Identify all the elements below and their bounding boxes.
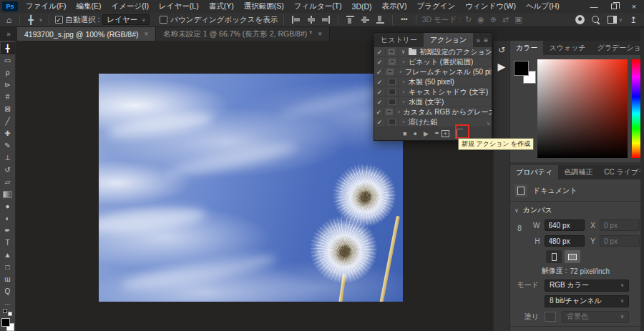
toggle-item-icon[interactable]: ✓ — [374, 109, 384, 116]
3d-slide-icon[interactable]: ⇄ — [501, 15, 510, 24]
menu-3d[interactable]: 3D(D) — [347, 0, 377, 13]
close-button[interactable]: × — [624, 0, 644, 13]
menu-help[interactable]: ヘルプ(H) — [521, 0, 565, 13]
dodge-tool[interactable]: ◐ — [1, 212, 15, 224]
rulers-section-header[interactable]: ∨ 定規とグリッド — [514, 328, 640, 331]
menu-edit[interactable]: 編集(E) — [71, 0, 106, 13]
3d-orbit-icon[interactable]: ↻ — [464, 15, 473, 24]
portrait-orientation-button[interactable] — [546, 250, 562, 263]
document-tab-active[interactable]: 4193700_s.jpg @ 100% (RGB/8#) × — [17, 27, 156, 41]
share-icon[interactable]: ↥ — [630, 15, 637, 25]
panel-menu-icon[interactable]: ≡ — [484, 36, 488, 44]
rectangle-tool[interactable]: □ — [1, 261, 15, 273]
modal-control-toggle[interactable] — [386, 117, 399, 127]
color-mode-dropdown[interactable]: RGB カラー ∨ — [545, 280, 629, 292]
action-row[interactable]: ✓ › フレームチャンネル (50 pixel) — [374, 67, 492, 77]
toolbar-collapse-icon[interactable]: » — [0, 27, 17, 41]
tab-adjustments[interactable]: 色調補正 — [558, 165, 598, 179]
hand-tool[interactable]: ɯ — [1, 273, 15, 285]
action-row[interactable]: ✓ › 木製 (50 pixel) — [374, 77, 492, 87]
3d-roll-icon[interactable]: ◉ — [476, 15, 486, 24]
healing-brush-tool[interactable]: ✚ — [1, 127, 15, 139]
toggle-item-icon[interactable]: ✓ — [374, 99, 386, 106]
saturation-brightness-picker[interactable] — [537, 59, 628, 158]
new-action-button[interactable]: + — [441, 130, 449, 137]
record-button[interactable]: ● — [413, 131, 416, 137]
move-tool[interactable]: ╋ — [1, 42, 15, 54]
toggle-item-icon[interactable]: ✓ — [374, 49, 386, 56]
brush-tool[interactable]: ✎ — [1, 139, 15, 152]
stop-button[interactable]: ■ — [403, 131, 406, 137]
workspace-switcher[interactable]: ∨ — [608, 16, 623, 24]
object-selection-tool[interactable]: ⊳ — [1, 79, 15, 91]
auto-select-dropdown[interactable]: レイヤー ∨ — [102, 14, 150, 25]
height-field[interactable] — [545, 235, 585, 247]
toggle-item-icon[interactable]: ✓ — [374, 119, 386, 126]
auto-select-checkbox[interactable] — [55, 16, 63, 24]
align-center-vertical-icon[interactable] — [361, 16, 370, 24]
restore-button[interactable] — [604, 0, 624, 13]
path-selection-tool[interactable]: ▲ — [1, 249, 15, 261]
canvas-section-header[interactable]: ∨ カンバス — [514, 203, 640, 217]
edit-toolbar-icon[interactable]: … — [4, 299, 11, 306]
crop-tool[interactable]: # — [1, 91, 15, 103]
search-icon[interactable] — [592, 16, 600, 24]
modal-control-toggle[interactable] — [386, 97, 399, 107]
collapse-panel-icon[interactable]: » — [477, 36, 481, 44]
close-tab-icon[interactable]: × — [318, 30, 322, 38]
menu-select[interactable]: 選択範囲(S) — [239, 0, 289, 13]
scroll-up-icon[interactable]: ∧ — [487, 48, 490, 54]
toggle-item-icon[interactable]: ✓ — [374, 89, 386, 96]
expand-icon[interactable]: › — [399, 89, 409, 95]
action-row[interactable]: ✓ › カスタム RGB からグレースケ... — [374, 107, 492, 117]
modal-control-toggle[interactable] — [386, 57, 399, 66]
modal-control-toggle[interactable] — [384, 67, 396, 76]
modal-control-toggle[interactable] — [386, 87, 399, 97]
tab-color[interactable]: カラー — [510, 41, 543, 55]
tab-history[interactable]: ヒストリー — [374, 33, 424, 47]
toggle-item-icon[interactable]: ✓ — [374, 59, 386, 66]
eraser-tool[interactable]: ▱ — [1, 176, 15, 188]
expand-icon[interactable]: › — [399, 119, 409, 125]
tab-actions[interactable]: アクション — [424, 33, 473, 47]
align-bottom-icon[interactable] — [376, 16, 385, 24]
toggle-item-icon[interactable]: ✓ — [374, 79, 386, 86]
blur-tool[interactable]: ● — [1, 200, 15, 212]
action-row[interactable]: ✓ › キャストシャドウ (文字) — [374, 87, 492, 97]
expand-icon[interactable]: › — [399, 79, 409, 85]
align-center-horizontal-icon[interactable] — [306, 16, 316, 24]
y-field[interactable] — [600, 235, 640, 247]
frame-tool[interactable]: ⊠ — [1, 103, 15, 115]
x-field[interactable] — [600, 219, 640, 231]
expand-icon[interactable]: › — [399, 59, 409, 65]
close-tab-icon[interactable]: × — [145, 30, 149, 38]
expand-icon[interactable]: › — [399, 99, 409, 105]
3d-camera-icon[interactable]: ▣ — [513, 15, 523, 24]
zoom-tool[interactable]: Q — [1, 285, 15, 297]
action-set-row[interactable]: ✓ ∨ 初期設定のアクション — [374, 47, 492, 57]
fill-color-swatch[interactable] — [545, 312, 556, 322]
bounding-box-checkbox[interactable] — [160, 16, 167, 24]
history-panel-icon[interactable]: ↺ — [498, 45, 505, 55]
menu-type[interactable]: 書式(Y) — [204, 0, 239, 13]
align-right-icon[interactable] — [321, 16, 331, 24]
play-button[interactable]: ▶ — [424, 131, 429, 137]
action-row[interactable]: ✓ › ビネット (選択範囲) — [374, 57, 492, 67]
foreground-color-swatch[interactable] — [514, 61, 529, 76]
marquee-tool[interactable]: ▭ — [1, 54, 15, 66]
width-field[interactable] — [545, 219, 585, 231]
menu-window[interactable]: ウィンドウ(W) — [460, 0, 521, 13]
menu-view[interactable]: 表示(V) — [377, 0, 412, 13]
lasso-tool[interactable]: ρ — [1, 66, 15, 79]
menu-filter[interactable]: フィルター(T) — [289, 0, 347, 13]
expand-icon[interactable]: ∨ — [399, 49, 409, 55]
modal-control-toggle[interactable] — [384, 107, 395, 117]
eyedropper-tool[interactable]: ╱ — [1, 115, 15, 127]
account-icon[interactable] — [575, 15, 585, 24]
modal-control-toggle[interactable] — [386, 77, 399, 87]
toggle-item-icon[interactable]: ✓ — [374, 69, 384, 76]
action-row[interactable]: ✓ › 水面 (文字) — [374, 97, 492, 107]
minimize-button[interactable]: — — [584, 0, 604, 13]
clone-stamp-tool[interactable]: ⊥ — [1, 152, 15, 164]
modal-control-toggle[interactable] — [386, 47, 399, 56]
